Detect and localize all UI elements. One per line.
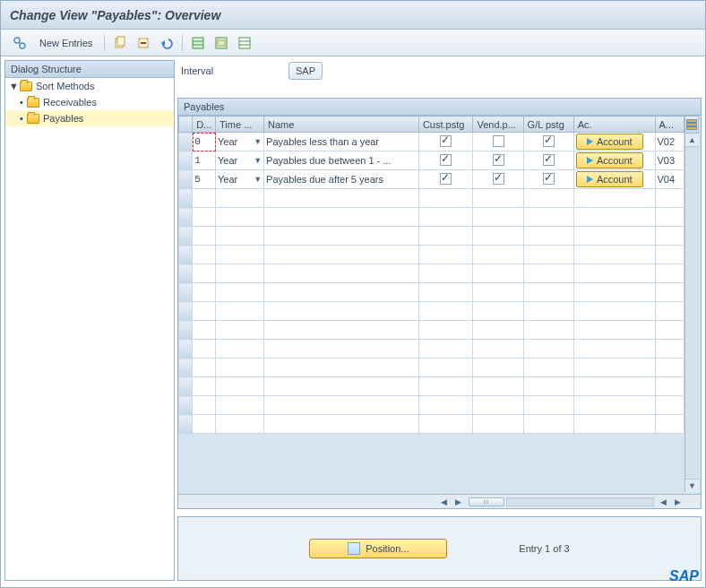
scroll-thumb[interactable] (469, 497, 504, 506)
table-row-empty[interactable] (179, 264, 684, 283)
cell-name[interactable]: Payables less than a year (264, 133, 419, 151)
account-button[interactable]: Account (576, 134, 643, 150)
deselect-icon[interactable] (235, 34, 254, 52)
col-d[interactable]: D... (193, 117, 216, 133)
select-all-icon[interactable] (188, 34, 208, 52)
scroll-left-icon[interactable]: ◀ (436, 497, 451, 506)
scroll-right-end-icon[interactable]: ▶ (670, 497, 684, 506)
scroll-up-icon[interactable]: ▲ (688, 134, 696, 146)
dropdown-icon[interactable]: ▼ (254, 137, 262, 146)
account-button[interactable]: Account (576, 152, 643, 169)
table-row-empty[interactable] (179, 208, 684, 227)
table-row[interactable]: 1Year▼Payables due between 1 - ...Accoun… (179, 151, 684, 170)
cell-vend[interactable] (473, 151, 523, 170)
table-row-empty[interactable] (179, 189, 684, 208)
interval-value[interactable]: SAP (288, 62, 323, 80)
col-time[interactable]: Time ... (216, 117, 264, 133)
delete-icon[interactable] (133, 34, 153, 52)
position-button[interactable]: Position... (309, 539, 447, 558)
table-row-empty[interactable] (179, 321, 684, 340)
row-handle[interactable] (179, 283, 193, 302)
row-handle[interactable] (179, 246, 193, 264)
col-a[interactable]: A... (655, 117, 684, 133)
cell-cust[interactable] (418, 170, 473, 189)
scroll-right-icon[interactable]: ▶ (451, 497, 465, 506)
cell-d[interactable]: 5 (193, 170, 216, 189)
row-handle[interactable] (179, 170, 193, 189)
row-handle[interactable] (179, 151, 193, 170)
cell-ac[interactable]: Account (573, 170, 655, 189)
cell-d[interactable]: 1 (193, 151, 216, 170)
checkbox[interactable] (493, 173, 504, 185)
row-handle[interactable] (179, 208, 193, 227)
cell-d[interactable]: 0 (193, 133, 216, 151)
scroll-track[interactable] (506, 497, 654, 506)
new-entries-button[interactable]: New Entries (33, 33, 99, 53)
row-handle[interactable] (179, 302, 193, 321)
row-handle[interactable] (179, 377, 193, 396)
tree-item-receivables[interactable]: • Receivables (5, 94, 174, 110)
col-gl[interactable]: G/L pstg (523, 117, 573, 133)
row-handle[interactable] (179, 340, 193, 359)
vertical-scrollbar[interactable]: ▲ ▼ (684, 134, 699, 492)
checkbox[interactable] (493, 154, 504, 166)
table-row-empty[interactable] (179, 227, 684, 246)
checkbox[interactable] (440, 154, 452, 166)
cell-a[interactable]: V03 (655, 151, 684, 170)
scroll-down-icon[interactable]: ▼ (688, 480, 696, 492)
horizontal-scrollbar[interactable]: ◀ ▶ ◀ ▶ (178, 494, 701, 508)
table-row-empty[interactable] (179, 415, 684, 434)
cell-a[interactable]: V04 (655, 170, 684, 189)
table-row-empty[interactable] (179, 340, 684, 359)
cell-time[interactable]: Year▼ (216, 133, 264, 151)
cell-ac[interactable]: Account (573, 133, 655, 151)
configure-columns-button[interactable] (684, 116, 699, 134)
table-row-empty[interactable] (179, 396, 684, 415)
cell-gl[interactable] (523, 133, 573, 151)
row-handle[interactable] (179, 396, 193, 415)
cell-name[interactable]: Payables due after 5 years (264, 170, 419, 189)
scroll-track[interactable] (685, 146, 699, 480)
row-handle[interactable] (179, 264, 193, 283)
table-row[interactable]: 0Year▼Payables less than a yearAccountV0… (179, 133, 684, 151)
row-handle[interactable] (179, 415, 193, 434)
checkbox[interactable] (440, 135, 452, 147)
table-row[interactable]: 5Year▼Payables due after 5 yearsAccountV… (179, 170, 684, 189)
checkbox[interactable] (543, 135, 555, 147)
cell-cust[interactable] (418, 133, 473, 151)
table-row-empty[interactable] (179, 359, 684, 377)
checkbox[interactable] (543, 154, 555, 166)
col-ac[interactable]: Ac. (573, 117, 655, 133)
row-handle[interactable] (179, 133, 193, 151)
cell-gl[interactable] (523, 151, 573, 170)
cell-gl[interactable] (523, 170, 573, 189)
checkbox[interactable] (440, 173, 452, 185)
tree-item-payables[interactable]: • Payables (5, 110, 174, 126)
cell-a[interactable]: V02 (655, 133, 684, 151)
row-handle[interactable] (179, 321, 193, 340)
table-row-empty[interactable] (179, 302, 684, 321)
checkbox[interactable] (493, 135, 504, 147)
cell-vend[interactable] (473, 133, 523, 151)
col-vend[interactable]: Vend.p... (473, 117, 523, 133)
cell-time[interactable]: Year▼ (216, 151, 264, 170)
col-cust[interactable]: Cust.pstg (418, 117, 473, 133)
tree-root-sort-methods[interactable]: ▼ Sort Methods (5, 78, 174, 94)
dropdown-icon[interactable]: ▼ (254, 156, 262, 165)
table-row-empty[interactable] (179, 377, 684, 396)
scroll-left-end-icon[interactable]: ◀ (656, 497, 670, 506)
cell-name[interactable]: Payables due between 1 - ... (264, 151, 419, 170)
row-handle[interactable] (179, 359, 193, 377)
table-row-empty[interactable] (179, 246, 684, 264)
col-name[interactable]: Name (264, 117, 419, 133)
undo-icon[interactable] (157, 34, 176, 52)
row-handle[interactable] (179, 227, 193, 246)
execute-icon[interactable] (10, 34, 30, 52)
cell-cust[interactable] (418, 151, 473, 170)
row-handle[interactable] (179, 189, 193, 208)
checkbox[interactable] (543, 173, 555, 185)
collapse-icon[interactable]: ▼ (9, 81, 20, 91)
table-row-empty[interactable] (179, 283, 684, 302)
select-block-icon[interactable] (211, 34, 231, 52)
copy-icon[interactable] (110, 34, 130, 52)
